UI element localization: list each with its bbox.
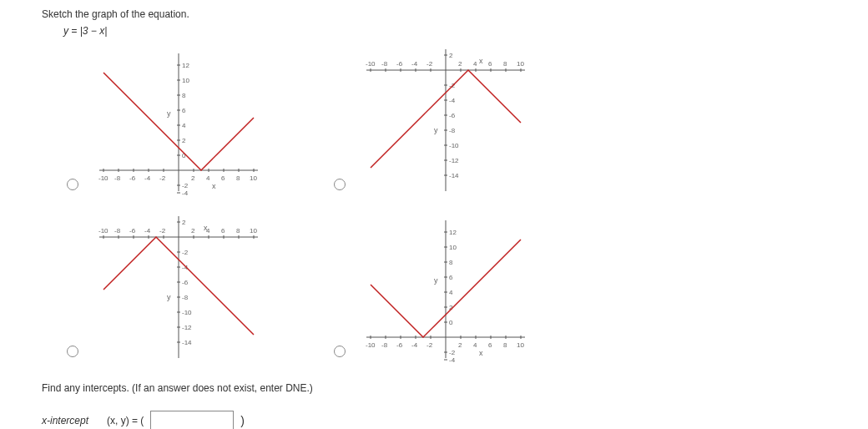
svg-text:4: 4 <box>206 174 210 182</box>
svg-text:12: 12 <box>182 62 189 69</box>
svg-text:8: 8 <box>182 92 186 99</box>
x-intercept-label: x-intercept <box>42 415 100 426</box>
svg-text:-4: -4 <box>411 60 418 68</box>
graph-c: -10 -8 -6 -4 -2 2 4 6 8 10 2 -2 -4 <box>87 212 270 362</box>
graph-b: -10 -8 -6 -4 -2 2 4 6 8 10 2 -2 <box>354 45 537 195</box>
option-c: -10 -8 -6 -4 -2 2 4 6 8 10 2 -2 -4 <box>67 212 284 362</box>
svg-text:-4: -4 <box>449 356 456 362</box>
option-d: -10 -8 -6 -4 -2 2 4 6 8 10 0 2 4 <box>334 212 551 362</box>
svg-text:-14: -14 <box>449 172 459 179</box>
svg-text:-2: -2 <box>426 60 433 68</box>
svg-text:-4: -4 <box>144 174 151 182</box>
svg-text:-12: -12 <box>449 157 459 164</box>
svg-text:-8: -8 <box>182 294 189 301</box>
svg-text:-4: -4 <box>411 341 418 349</box>
svg-text:-12: -12 <box>182 324 192 331</box>
svg-text:2: 2 <box>191 227 195 235</box>
svg-text:-6: -6 <box>396 60 403 68</box>
graph-options: -10 -8 -6 -4 -2 2 4 6 8 10 0 2 <box>67 45 860 362</box>
svg-text:2: 2 <box>182 137 186 144</box>
svg-text:x: x <box>212 182 216 190</box>
svg-text:-8: -8 <box>114 227 121 235</box>
svg-text:2: 2 <box>458 341 462 349</box>
svg-text:-2: -2 <box>182 249 189 256</box>
svg-text:-4: -4 <box>144 227 151 235</box>
svg-text:10: 10 <box>182 77 189 84</box>
svg-text:-6: -6 <box>182 279 189 286</box>
svg-text:-14: -14 <box>182 339 192 346</box>
svg-text:8: 8 <box>503 341 507 349</box>
radio-option-a[interactable] <box>67 179 78 190</box>
svg-text:10: 10 <box>449 244 457 251</box>
svg-text:-6: -6 <box>129 174 136 182</box>
svg-text:x: x <box>479 349 483 357</box>
svg-text:6: 6 <box>449 274 453 281</box>
svg-text:10: 10 <box>250 227 257 235</box>
svg-text:6: 6 <box>488 341 492 349</box>
svg-text:12: 12 <box>449 229 457 236</box>
svg-text:-10: -10 <box>182 309 192 316</box>
radio-option-d[interactable] <box>334 346 346 357</box>
svg-text:4: 4 <box>473 341 477 349</box>
svg-text:y: y <box>434 276 438 285</box>
svg-text:10: 10 <box>517 60 524 68</box>
question-equation: y = |3 − x| <box>63 25 860 37</box>
svg-text:-6: -6 <box>396 341 403 349</box>
svg-text:-2: -2 <box>159 174 166 182</box>
svg-text:-10: -10 <box>366 341 376 349</box>
intercepts-prompt: Find any intercepts. (If an answer does … <box>42 382 860 394</box>
svg-text:-6: -6 <box>449 112 456 119</box>
svg-text:-4: -4 <box>449 97 456 104</box>
svg-text:8: 8 <box>449 259 453 266</box>
radio-option-b[interactable] <box>334 179 346 190</box>
x-intercept-row: x-intercept (x, y) = ( ) <box>42 411 860 429</box>
svg-text:-10: -10 <box>449 142 459 149</box>
intercepts-section: Find any intercepts. (If an answer does … <box>42 382 860 429</box>
option-b: -10 -8 -6 -4 -2 2 4 6 8 10 2 -2 <box>334 45 551 195</box>
svg-text:y: y <box>434 126 438 134</box>
svg-text:x: x <box>204 224 208 232</box>
graph-d: -10 -8 -6 -4 -2 2 4 6 8 10 0 2 4 <box>354 212 537 362</box>
option-a: -10 -8 -6 -4 -2 2 4 6 8 10 0 2 <box>67 45 284 195</box>
svg-text:-2: -2 <box>426 341 433 349</box>
svg-text:y: y <box>167 293 171 301</box>
svg-text:4: 4 <box>449 289 453 296</box>
svg-text:10: 10 <box>250 174 257 182</box>
svg-text:-10: -10 <box>98 227 108 235</box>
question-prompt: Sketch the graph of the equation. <box>42 8 860 20</box>
svg-text:y: y <box>167 109 171 118</box>
svg-text:6: 6 <box>221 174 225 182</box>
svg-text:8: 8 <box>236 227 240 235</box>
svg-text:8: 8 <box>236 174 240 182</box>
svg-text:-10: -10 <box>98 174 108 182</box>
graph-a: -10 -8 -6 -4 -2 2 4 6 8 10 0 2 <box>87 45 270 195</box>
svg-text:2: 2 <box>449 52 453 59</box>
radio-option-c[interactable] <box>67 346 78 357</box>
svg-text:6: 6 <box>182 107 186 114</box>
svg-text:6: 6 <box>488 60 492 68</box>
svg-text:2: 2 <box>191 174 195 182</box>
svg-text:8: 8 <box>503 60 507 68</box>
x-intercept-suffix: ) <box>240 414 245 427</box>
svg-text:-2: -2 <box>182 182 189 189</box>
svg-text:2: 2 <box>458 60 462 68</box>
x-intercept-input[interactable] <box>150 411 234 429</box>
svg-text:4: 4 <box>473 60 477 68</box>
svg-text:-8: -8 <box>449 127 456 134</box>
svg-text:-6: -6 <box>129 227 136 235</box>
svg-text:10: 10 <box>517 341 524 349</box>
svg-text:-2: -2 <box>449 349 456 356</box>
svg-text:x: x <box>479 57 483 65</box>
svg-text:-10: -10 <box>366 60 376 68</box>
x-intercept-prefix: (x, y) = ( <box>107 415 144 426</box>
svg-text:6: 6 <box>221 227 225 235</box>
svg-text:-2: -2 <box>159 227 166 235</box>
svg-text:-4: -4 <box>182 189 189 195</box>
svg-text:-8: -8 <box>114 174 121 182</box>
svg-text:2: 2 <box>182 219 186 226</box>
svg-text:-8: -8 <box>381 341 388 349</box>
svg-text:-8: -8 <box>381 60 388 68</box>
svg-text:0: 0 <box>449 319 453 326</box>
svg-text:4: 4 <box>182 122 186 129</box>
